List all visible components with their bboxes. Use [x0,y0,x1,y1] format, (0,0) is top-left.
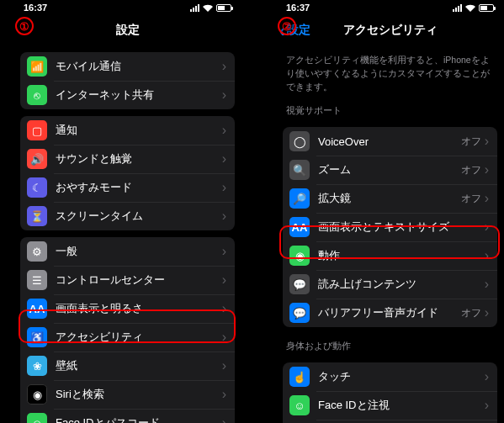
flower-icon: ❀ [27,356,47,376]
chevron-right-icon: › [485,191,489,206]
row-value: オフ [461,306,481,320]
row-control-center[interactable]: ☰ コントロールセンター › [20,266,235,294]
status-time: 16:37 [24,3,47,13]
chevron-right-icon: › [222,415,226,423]
row-general[interactable]: ⚙ 一般 › [20,237,235,266]
motion-icon: ◉ [289,246,310,266]
step-badge-2: ② [278,17,296,35]
row-label: 動作 [318,248,485,263]
phone-accessibility: 16:37 ② ‹ 設定 アクセシビリティ アクセシビリティ機能を利用すると、i… [274,0,504,423]
chevron-right-icon: › [222,272,226,288]
row-sounds[interactable]: 🔊 サウンドと触覚 › [20,145,235,173]
chevron-right-icon: › [485,277,489,292]
phone-settings: 16:37 ① 設定 📶 モバイル通信 › ⎋ インターネット共有 › ▢ 通知… [12,0,243,423]
status-bar: 16:37 [12,0,243,15]
row-label: Siriと検索 [56,387,222,402]
row-label: 読み上げコンテンツ [318,277,485,292]
group-general: ⚙ 一般 › ☰ コントロールセンター › AA 画面表示と明るさ › ♿ アク… [20,237,235,423]
row-screentime[interactable]: ⏳ スクリーンタイム › [20,202,235,230]
row-dnd[interactable]: ☾ おやすみモード › [20,173,235,202]
link-icon: ⎋ [27,85,47,105]
chevron-right-icon: › [222,244,226,259]
touch-icon: ☝ [289,367,310,387]
chevron-right-icon: › [222,151,226,167]
status-right [453,4,494,12]
chevron-right-icon: › [485,162,489,177]
row-faceid-passcode[interactable]: ☺ Face IDとパスコード › [20,409,235,423]
gear-icon: ⚙ [27,241,47,262]
chevron-right-icon: › [485,248,489,263]
status-bar: 16:37 [274,0,504,15]
row-label: バリアフリー音声ガイド [318,305,461,320]
wifi-icon [465,4,475,12]
text-size-icon: AA [289,217,310,237]
row-magnifier[interactable]: 🔎 拡大鏡 オフ › [283,184,497,213]
header: 設定 [12,15,243,45]
accessibility-icon: ♿ [27,327,47,347]
row-label: サウンドと触覚 [56,151,222,167]
row-label: インターネット共有 [56,87,222,103]
row-value: オフ [461,135,481,149]
speech-bubble-icon: 💬 [289,274,310,294]
row-label: ズーム [318,162,461,177]
battery-icon [216,4,231,12]
chevron-right-icon: › [222,358,226,373]
row-label: 一般 [56,244,222,259]
chevron-right-icon: › [485,369,489,384]
antenna-icon: 📶 [27,56,47,77]
hourglass-icon: ⏳ [27,206,47,226]
speaker-icon: 🔊 [27,149,47,169]
row-display-text-size[interactable]: AA 画面表示とテキストサイズ › [283,213,497,241]
row-accessibility[interactable]: ♿ アクセシビリティ › [20,323,235,352]
row-label: おやすみモード [56,180,222,195]
row-zoom[interactable]: 🔍 ズーム オフ › [283,156,497,184]
row-label: 画面表示と明るさ [56,301,222,316]
section-visual-label: 視覚サポート [274,98,504,120]
row-label: アクセシビリティ [56,330,222,345]
page-title: アクセシビリティ [343,23,438,38]
group-network: 📶 モバイル通信 › ⎋ インターネット共有 › [20,52,235,109]
page-title: 設定 [116,23,140,38]
row-label: 壁紙 [56,358,222,373]
status-time: 16:37 [286,3,310,13]
battery-icon [479,4,494,12]
row-faceid-attention[interactable]: ☺ Face IDと注視 › [283,391,497,420]
chevron-right-icon: › [222,87,226,103]
row-motion[interactable]: ◉ 動作 › [283,241,497,270]
row-label: モバイル通信 [56,59,222,74]
group-visual: ◯ VoiceOver オフ › 🔍 ズーム オフ › 🔎 拡大鏡 オフ › A… [283,127,497,327]
signal-icon [453,4,462,12]
group-notifications: ▢ 通知 › 🔊 サウンドと触覚 › ☾ おやすみモード › ⏳ スクリーンタイ… [20,116,235,230]
chevron-right-icon: › [222,330,226,345]
row-value: オフ [461,163,481,177]
row-label: コントロールセンター [56,272,222,288]
row-personal-hotspot[interactable]: ⎋ インターネット共有 › [20,81,235,109]
status-right [190,4,231,12]
row-label: 通知 [56,123,222,138]
row-wallpaper[interactable]: ❀ 壁紙 › [20,352,235,380]
row-audio-descriptions[interactable]: 💬 バリアフリー音声ガイド オフ › [283,299,497,327]
group-physical: ☝ タッチ › ☺ Face IDと注視 › ▦ スイッチコントロール オフ ›… [283,362,497,423]
chevron-right-icon: › [485,305,489,320]
audio-description-icon: 💬 [289,303,310,323]
signal-icon [190,4,199,12]
section-physical-label: 身体および動作 [274,334,504,356]
row-touch[interactable]: ☝ タッチ › [283,362,497,391]
zoom-icon: 🔍 [289,160,310,180]
row-display-brightness[interactable]: AA 画面表示と明るさ › [20,294,235,323]
step-badge-1: ① [15,17,34,35]
row-voiceover[interactable]: ◯ VoiceOver オフ › [283,127,497,156]
row-switch-control[interactable]: ▦ スイッチコントロール オフ › [283,420,497,423]
row-notifications[interactable]: ▢ 通知 › [20,116,235,145]
chevron-right-icon: › [222,387,226,402]
row-label: Face IDとパスコード [56,415,222,423]
row-mobile-data[interactable]: 📶 モバイル通信 › [20,52,235,81]
chevron-right-icon: › [222,301,226,316]
row-siri[interactable]: ◉ Siriと検索 › [20,380,235,409]
chevron-right-icon: › [222,209,226,224]
row-spoken-content[interactable]: 💬 読み上げコンテンツ › [283,270,497,299]
magnifier-icon: 🔎 [289,188,310,209]
intro-text: アクセシビリティ機能を利用すると、iPhoneをより使いやすくなるようにカスタマ… [274,45,504,98]
switches-icon: ☰ [27,270,47,290]
chevron-right-icon: › [222,59,226,74]
